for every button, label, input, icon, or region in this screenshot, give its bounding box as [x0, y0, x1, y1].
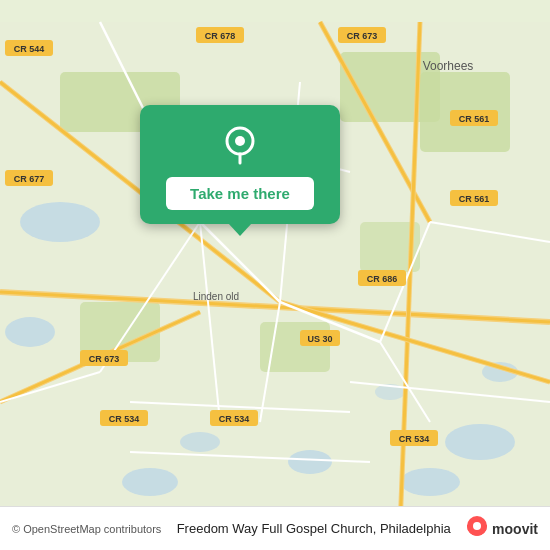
svg-point-6	[122, 468, 178, 496]
svg-text:CR 561: CR 561	[459, 114, 490, 124]
svg-text:CR 677: CR 677	[14, 174, 45, 184]
svg-point-1	[20, 202, 100, 242]
location-pin-icon	[218, 123, 262, 167]
map-background: CR 544 CR 677 CR 678 CR 673 CR 672 CR 56…	[0, 0, 550, 550]
location-label: Freedom Way Full Gospel Church, Philadel…	[177, 521, 451, 536]
svg-text:CR 534: CR 534	[399, 434, 430, 444]
bottom-bar: © OpenStreetMap contributors Freedom Way…	[0, 506, 550, 550]
svg-point-4	[400, 468, 460, 496]
moovit-brand-text: moovit	[492, 521, 538, 537]
svg-text:CR 678: CR 678	[205, 31, 236, 41]
svg-point-5	[288, 450, 332, 474]
svg-text:US 30: US 30	[307, 334, 332, 344]
location-info: Freedom Way Full Gospel Church, Philadel…	[177, 521, 451, 536]
svg-text:CR 673: CR 673	[347, 31, 378, 41]
bottom-left-section: © OpenStreetMap contributors	[12, 523, 161, 535]
svg-text:CR 686: CR 686	[367, 274, 398, 284]
svg-text:CR 561: CR 561	[459, 194, 490, 204]
svg-text:CR 534: CR 534	[109, 414, 140, 424]
svg-text:CR 534: CR 534	[219, 414, 250, 424]
take-me-there-button[interactable]: Take me there	[166, 177, 314, 210]
svg-text:Voorhees: Voorhees	[423, 59, 474, 73]
svg-point-72	[235, 136, 245, 146]
popup-card: Take me there	[140, 105, 340, 224]
svg-text:Linden  old: Linden old	[193, 291, 239, 302]
moovit-logo: moovit	[466, 515, 538, 543]
svg-point-75	[473, 522, 481, 530]
copyright-text: © OpenStreetMap contributors	[12, 523, 161, 535]
map-container: CR 544 CR 677 CR 678 CR 673 CR 672 CR 56…	[0, 0, 550, 550]
svg-point-7	[180, 432, 220, 452]
svg-text:CR 673: CR 673	[89, 354, 120, 364]
svg-point-2	[5, 317, 55, 347]
svg-point-3	[445, 424, 515, 460]
moovit-pin-icon	[466, 515, 488, 543]
svg-text:CR 544: CR 544	[14, 44, 45, 54]
